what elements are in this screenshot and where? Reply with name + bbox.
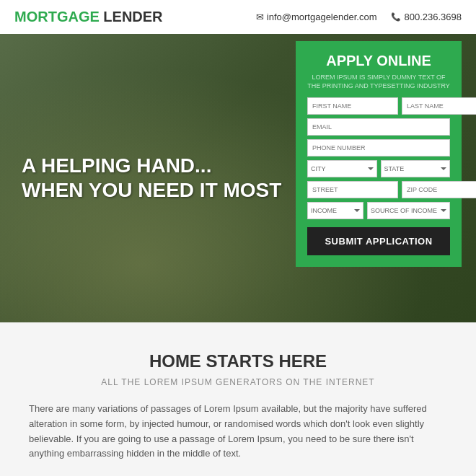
- bottom-body-text: There are many variations of passages of…: [29, 402, 447, 462]
- last-name-input[interactable]: [402, 97, 476, 115]
- income-select[interactable]: INCOME: [307, 202, 363, 219]
- state-select[interactable]: STATE: [381, 160, 451, 177]
- street-zip-row: [307, 181, 450, 198]
- phone-icon: [391, 12, 401, 22]
- phone-row: [307, 139, 450, 157]
- logo-green: MORTGAGE: [14, 9, 100, 25]
- email-address: info@mortgagelender.com: [267, 12, 377, 22]
- mail-icon: [256, 12, 264, 22]
- hero-section: A HELPING HAND... WHEN YOU NEED IT MOST …: [0, 34, 476, 322]
- street-input[interactable]: [307, 181, 398, 198]
- email-row: [307, 118, 450, 136]
- name-row: [307, 97, 450, 115]
- phone-number: 800.236.3698: [404, 12, 462, 22]
- apply-form-title: APPLY ONLINE: [307, 53, 450, 69]
- header: MORTGAGE LENDER info@mortgagelender.com …: [0, 0, 476, 34]
- logo-rest: LENDER: [100, 9, 163, 25]
- source-income-select[interactable]: SOURCE OF INCOME: [367, 202, 450, 219]
- logo: MORTGAGE LENDER: [14, 9, 163, 25]
- phone-input[interactable]: [307, 139, 450, 157]
- hero-heading: A HELPING HAND... WHEN YOU NEED IT MOST: [22, 154, 281, 202]
- zip-input[interactable]: [402, 181, 476, 198]
- phone-contact: 800.236.3698: [391, 12, 462, 22]
- first-name-input[interactable]: [307, 97, 398, 115]
- email-input[interactable]: [307, 118, 450, 136]
- income-row: INCOME SOURCE OF INCOME: [307, 202, 450, 219]
- header-contact: info@mortgagelender.com 800.236.3698: [256, 12, 462, 22]
- city-state-row: CITY STATE: [307, 160, 450, 177]
- apply-form-panel: APPLY ONLINE LOREM IPSUM IS SIMPLY DUMMY…: [296, 41, 462, 267]
- bottom-section: HOME STARTS HERE ALL THE LOREM IPSUM GEN…: [0, 322, 476, 476]
- bottom-heading: HOME STARTS HERE: [29, 351, 447, 371]
- submit-application-button[interactable]: SUBMIT APPLICATION: [307, 227, 450, 255]
- email-contact: info@mortgagelender.com: [256, 12, 377, 22]
- hero-text: A HELPING HAND... WHEN YOU NEED IT MOST: [22, 154, 281, 202]
- apply-form-subtitle: LOREM IPSUM IS SIMPLY DUMMY TEXT OF THE …: [307, 74, 450, 90]
- bottom-tagline: ALL THE LOREM IPSUM GENERATORS ON THE IN…: [29, 377, 447, 387]
- city-select[interactable]: CITY: [307, 160, 377, 177]
